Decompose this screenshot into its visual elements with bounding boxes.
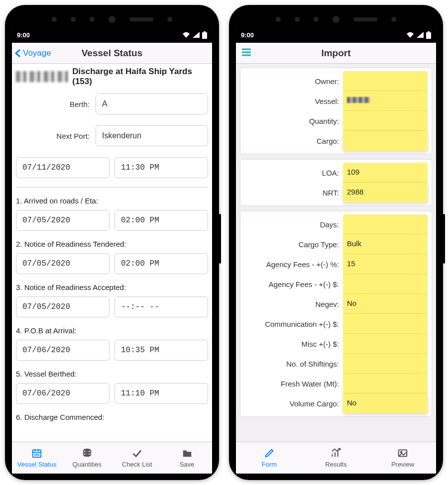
field-value[interactable] [343, 314, 428, 334]
form-row: Owner: [244, 71, 428, 91]
svg-point-10 [83, 451, 91, 454]
signal-icon [416, 31, 424, 38]
event-label: 2. Notice of Readiness Tendered: [16, 240, 208, 248]
image-icon [396, 448, 409, 459]
field-value[interactable]: No [343, 393, 428, 413]
wifi-icon [182, 31, 190, 38]
field-label: Owner: [244, 77, 343, 86]
battery-icon [202, 31, 207, 39]
field-label: Cargo: [244, 137, 343, 145]
phone-right: 9:00 Import Owner:Vessel:Quantity:Cargo:… [229, 5, 443, 480]
event-date-input[interactable] [16, 210, 110, 231]
tab-vessel-status[interactable]: Vessel Status [12, 442, 62, 474]
event-date-input[interactable] [16, 296, 110, 317]
chevron-left-icon [14, 48, 22, 58]
redacted-image [16, 71, 68, 82]
top-date-input[interactable] [16, 157, 110, 178]
android-status-bar: 9:00 [12, 27, 212, 43]
event-time-input[interactable] [114, 340, 208, 361]
event-label: 4. P.O.B at Arrival: [16, 326, 208, 335]
field-label: Agency Fees - +(-) $: [244, 280, 343, 289]
tab-save[interactable]: Save [162, 442, 213, 474]
svg-rect-12 [426, 32, 431, 39]
field-value[interactable] [343, 274, 428, 294]
field-value[interactable]: 2988 [343, 183, 428, 202]
menu-button[interactable] [236, 48, 252, 59]
svg-rect-1 [204, 31, 206, 32]
field-label: Volume Cargo: [244, 399, 343, 408]
form-row: Vessel: [244, 91, 428, 111]
field-label: Days: [244, 220, 343, 229]
back-label: Voyage [23, 48, 51, 58]
form-card: Days:Cargo Type:BulkAgency Fees - +(-) %… [240, 211, 432, 417]
tab-label: Form [262, 461, 277, 468]
field-value[interactable] [343, 111, 428, 131]
titlebar: Voyage Vessel Status [12, 43, 212, 64]
status-time: 9:00 [241, 31, 254, 39]
form-card: Owner:Vessel:Quantity:Cargo: [240, 68, 432, 154]
field-value[interactable] [343, 334, 428, 354]
tab-label: Vessel Status [17, 461, 57, 468]
bottom-tab-bar: Form Results Preview [236, 442, 436, 474]
field-label: Fresh Water (Mt): [244, 380, 343, 388]
bottom-tab-bar: Vessel Status Quantities Check List Save [12, 442, 212, 474]
tab-label: Check List [122, 461, 152, 468]
tab-preview[interactable]: Preview [369, 442, 436, 474]
event-date-input[interactable] [16, 253, 110, 274]
svg-rect-0 [202, 32, 207, 39]
event-time-input[interactable] [114, 383, 208, 404]
field-label: Cargo Type: [244, 240, 343, 249]
back-button[interactable]: Voyage [12, 48, 51, 58]
form-row: Cargo: [244, 131, 428, 151]
form-row: Quantity: [244, 111, 428, 131]
content-area[interactable]: Owner:Vessel:Quantity:Cargo:LOA:109NRT:2… [236, 64, 436, 442]
field-value[interactable]: Bulk [343, 234, 428, 254]
tab-quantities[interactable]: Quantities [62, 442, 112, 474]
field-label: Misc +(-) $: [244, 340, 343, 348]
event-time-input[interactable] [114, 296, 208, 317]
field-label: NRT: [244, 189, 343, 197]
tab-label: Save [180, 461, 195, 468]
form-row: Fresh Water (Mt): [244, 374, 428, 393]
svg-point-9 [83, 449, 91, 452]
event-time-input[interactable] [114, 210, 208, 231]
form-row: Cargo Type:Bulk [244, 234, 428, 254]
next-port-label: Next Port: [16, 132, 91, 140]
form-row: No. of Shiftings: [244, 354, 428, 374]
next-port-input[interactable] [96, 125, 208, 146]
phone-left: 9:00 Voyage Vessel Status Discharge at H… [5, 5, 219, 480]
field-value[interactable] [343, 71, 428, 91]
field-value[interactable] [343, 354, 428, 374]
field-value[interactable] [343, 91, 428, 111]
tab-results[interactable]: Results [303, 442, 369, 474]
field-label: Agency Fees - +(-) %: [244, 260, 343, 269]
sensor-bar [12, 12, 212, 27]
form-row: Negev:No [244, 294, 428, 314]
field-value[interactable] [343, 131, 428, 151]
form-card: LOA:109NRT:2988 [240, 159, 432, 206]
field-value[interactable] [343, 214, 428, 234]
svg-rect-2 [33, 450, 41, 458]
form-row: Days: [244, 214, 428, 234]
field-value[interactable] [343, 374, 428, 393]
battery-icon [426, 31, 431, 39]
svg-point-11 [83, 454, 91, 457]
form-row: Volume Cargo:No [244, 393, 428, 413]
event-date-input[interactable] [16, 383, 110, 404]
event-date-input[interactable] [16, 340, 110, 361]
status-time: 9:00 [17, 31, 30, 39]
svg-point-18 [401, 452, 402, 453]
event-label: 1. Arrived on roads / Eta: [16, 196, 208, 205]
event-time-input[interactable] [114, 253, 208, 274]
tab-form[interactable]: Form [236, 442, 303, 474]
field-value[interactable]: 15 [343, 254, 428, 274]
event-label: 3. Notice of Readiness Accepted: [16, 283, 208, 291]
berth-input[interactable] [96, 94, 208, 114]
top-time-input[interactable] [114, 157, 208, 178]
database-icon [81, 448, 94, 459]
field-value[interactable]: 109 [343, 163, 428, 183]
tab-check-list[interactable]: Check List [112, 442, 162, 474]
field-value[interactable]: No [343, 294, 428, 314]
content-area[interactable]: Discharge at Haifa Ship Yards (153) Bert… [12, 64, 212, 442]
field-label: Communication +(-) $: [244, 320, 343, 328]
